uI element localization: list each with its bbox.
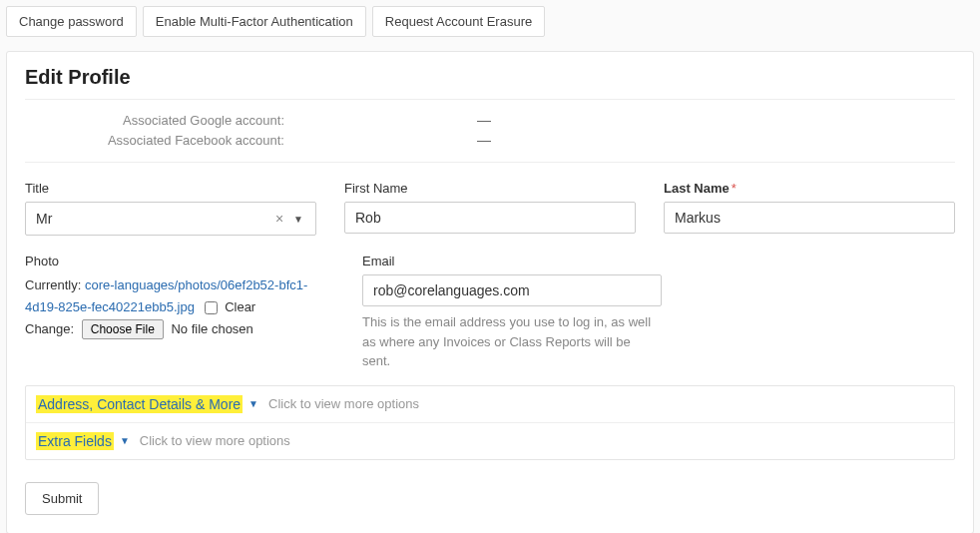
title-clear-icon[interactable]: × <box>269 211 289 227</box>
title-select-value: Mr <box>36 211 269 227</box>
request-erasure-button[interactable]: Request Account Erasure <box>372 6 545 37</box>
associated-facebook-label: Associated Facebook account: <box>25 133 294 148</box>
last-name-field-group: Last Name* <box>664 181 955 236</box>
photo-email-row: Photo Currently: core-languages/photos/0… <box>25 254 955 371</box>
edit-profile-panel: Edit Profile Associated Google account: … <box>6 51 974 533</box>
associated-google-value: — <box>294 112 674 128</box>
caret-down-icon: ▼ <box>248 398 258 409</box>
first-name-label: First Name <box>344 181 636 196</box>
title-select[interactable]: Mr × ▼ <box>25 202 316 236</box>
address-expander-hint: Click to view more options <box>268 396 419 411</box>
email-help-text: This is the email address you use to log… <box>362 312 662 371</box>
email-input[interactable] <box>362 274 662 306</box>
associated-google-row: Associated Google account: — <box>25 110 955 130</box>
change-password-button[interactable]: Change password <box>6 6 137 37</box>
photo-label: Photo <box>25 254 334 268</box>
associated-google-label: Associated Google account: <box>25 113 294 128</box>
title-label: Title <box>25 181 316 196</box>
panel-heading: Edit Profile <box>25 66 955 89</box>
first-name-field-group: First Name <box>344 181 636 236</box>
no-file-chosen-text: No file chosen <box>171 321 252 336</box>
top-button-bar: Change password Enable Multi-Factor Auth… <box>6 6 974 37</box>
photo-clear-checkbox[interactable] <box>205 301 218 314</box>
enable-mfa-button[interactable]: Enable Multi-Factor Authentication <box>143 6 366 37</box>
expanders-container: Address, Contact Details & More ▼ Click … <box>25 385 955 460</box>
submit-button[interactable]: Submit <box>25 482 99 515</box>
extra-fields-expander[interactable]: Extra Fields ▼ Click to view more option… <box>26 422 954 459</box>
caret-down-icon: ▼ <box>120 435 130 446</box>
email-field-group: Email This is the email address you use … <box>362 254 662 371</box>
photo-block: Currently: core-languages/photos/06ef2b5… <box>25 274 334 340</box>
last-name-input[interactable] <box>664 202 955 234</box>
address-expander[interactable]: Address, Contact Details & More ▼ Click … <box>26 386 954 422</box>
photo-field-group: Photo Currently: core-languages/photos/0… <box>25 254 334 371</box>
email-label: Email <box>362 254 662 268</box>
photo-change-label: Change: <box>25 321 74 336</box>
photo-clear-label: Clear <box>225 299 255 314</box>
extra-fields-expander-title: Extra Fields <box>36 432 114 450</box>
required-indicator: * <box>732 181 736 196</box>
chevron-down-icon[interactable]: ▼ <box>289 214 307 225</box>
associated-accounts-section: Associated Google account: — Associated … <box>25 99 955 163</box>
name-row: Title Mr × ▼ First Name Last Name* <box>25 181 955 236</box>
address-expander-title: Address, Contact Details & More <box>36 395 243 413</box>
last-name-label: Last Name* <box>664 181 955 196</box>
extra-fields-expander-hint: Click to view more options <box>140 433 290 448</box>
choose-file-button[interactable]: Choose File <box>82 319 164 339</box>
title-field-group: Title Mr × ▼ <box>25 181 316 236</box>
first-name-input[interactable] <box>344 202 636 234</box>
associated-facebook-value: — <box>294 132 674 148</box>
photo-currently-label: Currently: <box>25 277 81 292</box>
associated-facebook-row: Associated Facebook account: — <box>25 130 955 150</box>
